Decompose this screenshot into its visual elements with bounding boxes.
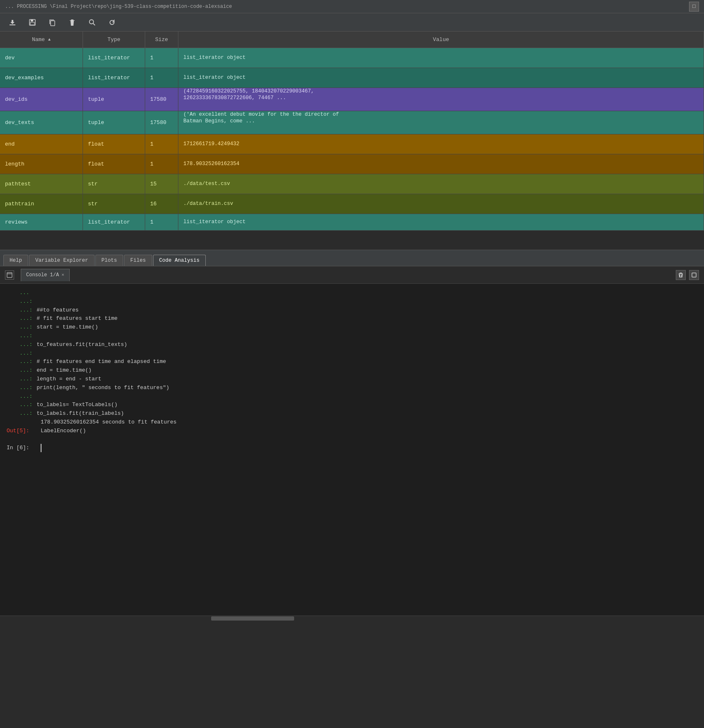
cell-type: float [83, 134, 145, 154]
console-line: ...: [7, 297, 697, 306]
console-line: ...: [7, 392, 697, 401]
sort-arrow-icon: ▲ [48, 37, 51, 42]
table-row[interactable]: reviews list_iterator 1 list_iterator ob… [0, 214, 704, 231]
cell-value: 1712661719.4249432 [178, 134, 704, 154]
cell-value: list_iterator object [178, 48, 704, 68]
input-cursor[interactable] [41, 444, 46, 453]
console-tab[interactable]: Console 1/A × [21, 269, 70, 281]
cell-type: str [83, 174, 145, 194]
cell-value: ('An excellent debut movie for the the d… [178, 111, 704, 134]
tab-files[interactable]: Files [124, 255, 152, 266]
console-line: ...: to_labels.fit(train_labels) [7, 409, 697, 418]
delete-button[interactable] [66, 17, 78, 28]
cell-value: ./data/train.csv [178, 194, 704, 214]
console-clear-button[interactable] [676, 270, 686, 280]
tab-help[interactable]: Help [3, 255, 28, 266]
cell-name: end [0, 134, 83, 154]
col-header-size[interactable]: Size [145, 32, 178, 48]
cell-type: list_iterator [83, 48, 145, 68]
cell-name: dev_texts [0, 111, 83, 134]
line-prefix: ...: [7, 332, 36, 341]
table-row[interactable]: end float 1 1712661719.4249432 [0, 134, 704, 154]
console-minimize-button[interactable] [689, 270, 699, 280]
console-line: ... [7, 289, 697, 297]
line-text: to_features.fit(train_texts) [37, 341, 127, 349]
col-header-type[interactable]: Type [83, 32, 145, 48]
col-header-value[interactable]: Value [178, 32, 704, 48]
table-row[interactable]: pathtrain str 16 ./data/train.csv [0, 194, 704, 214]
line-prefix: Out[5]: [7, 427, 40, 436]
table-row[interactable]: pathtest str 15 ./data/test.csv [0, 174, 704, 194]
line-prefix: ...: [7, 323, 36, 332]
save-button[interactable] [27, 17, 38, 28]
console-header: Console 1/A × [0, 266, 704, 284]
cell-name: reviews [0, 214, 83, 230]
console-close-button[interactable]: × [61, 273, 64, 278]
svg-rect-2 [31, 19, 33, 22]
cell-size: 1 [145, 134, 178, 154]
line-prefix: ... [7, 289, 36, 297]
input-prompt: In [6]: [7, 444, 40, 453]
cell-value: list_iterator object [178, 68, 704, 88]
console-line: ...: length = end - start [7, 375, 697, 384]
tab-code-analysis[interactable]: Code Analysis [153, 255, 206, 266]
table-row[interactable]: dev_ids tuple 17580 (4728459160322025755… [0, 88, 704, 111]
refresh-button[interactable] [106, 17, 118, 28]
cell-size: 17580 [145, 88, 178, 111]
table-row[interactable]: length float 1 178.90325260162354 [0, 154, 704, 174]
tab-plots[interactable]: Plots [95, 255, 124, 266]
console-line: ...: ##to features [7, 306, 697, 315]
line-prefix: ...: [7, 341, 36, 349]
svg-point-5 [90, 19, 94, 24]
svg-rect-7 [7, 273, 12, 278]
line-text: # fit features start time [37, 314, 117, 323]
line-prefix: ...: [7, 392, 36, 401]
svg-rect-9 [692, 273, 696, 277]
line-text: to_labels= TextToLabels() [37, 401, 117, 409]
cell-value: list_iterator object [178, 214, 704, 230]
cell-type: tuple [83, 88, 145, 111]
path-bar-folder-icon[interactable]: □ [689, 2, 699, 12]
upper-section: Name ▲ Type Size Value dev list_iterator… [0, 13, 704, 266]
line-text: print(length, " seconds to fit features"… [37, 384, 169, 392]
console-line: ...: start = time.time() [7, 323, 697, 332]
line-prefix: ...: [7, 384, 36, 392]
console-input-line[interactable]: In [6]: [7, 444, 697, 453]
console-window-icon[interactable] [5, 270, 14, 280]
horizontal-scrollbar[interactable] [0, 616, 704, 621]
console-line: ...: to_labels= TextToLabels() [7, 401, 697, 409]
copy-button[interactable] [46, 17, 58, 28]
line-text: LabelEncoder() [41, 427, 86, 436]
line-prefix: ...: [7, 358, 36, 366]
table-header: Name ▲ Type Size Value [0, 32, 704, 48]
scroll-thumb[interactable] [211, 616, 294, 621]
line-prefix: ...: [7, 314, 36, 323]
console-line: ...: # fit features end time and elapsed… [7, 358, 697, 366]
console-blank-line [7, 436, 697, 444]
line-text: end = time.time() [37, 366, 92, 375]
console-line: ...: print(length, " seconds to fit feat… [7, 384, 697, 392]
cell-type: list_iterator [83, 214, 145, 230]
console-line: Out[5]: LabelEncoder() [7, 427, 697, 436]
download-button[interactable] [7, 17, 18, 28]
cell-type: list_iterator [83, 68, 145, 88]
table-row[interactable]: dev list_iterator 1 list_iterator object [0, 48, 704, 68]
table-row[interactable]: dev_texts tuple 17580 ('An excellent deb… [0, 111, 704, 134]
cell-type: float [83, 154, 145, 174]
tab-variable-explorer[interactable]: Variable Explorer [29, 255, 95, 266]
console-header-right [676, 270, 699, 280]
table-row[interactable]: dev_examples list_iterator 1 list_iterat… [0, 68, 704, 88]
svg-rect-4 [51, 21, 55, 26]
search-button[interactable] [86, 17, 98, 28]
cell-size: 1 [145, 214, 178, 230]
console-line: ...: to_features.fit(train_texts) [7, 341, 697, 349]
cell-size: 1 [145, 68, 178, 88]
console-line: 178.90325260162354 seconds to fit featur… [7, 418, 697, 427]
toolbar [0, 13, 704, 32]
cell-size: 15 [145, 174, 178, 194]
svg-line-6 [93, 23, 95, 25]
cell-type: tuple [83, 111, 145, 134]
line-text: start = time.time() [37, 323, 98, 332]
col-header-name[interactable]: Name ▲ [0, 32, 83, 48]
console-section: Console 1/A × ... ...: ...: ##to f [0, 266, 704, 621]
